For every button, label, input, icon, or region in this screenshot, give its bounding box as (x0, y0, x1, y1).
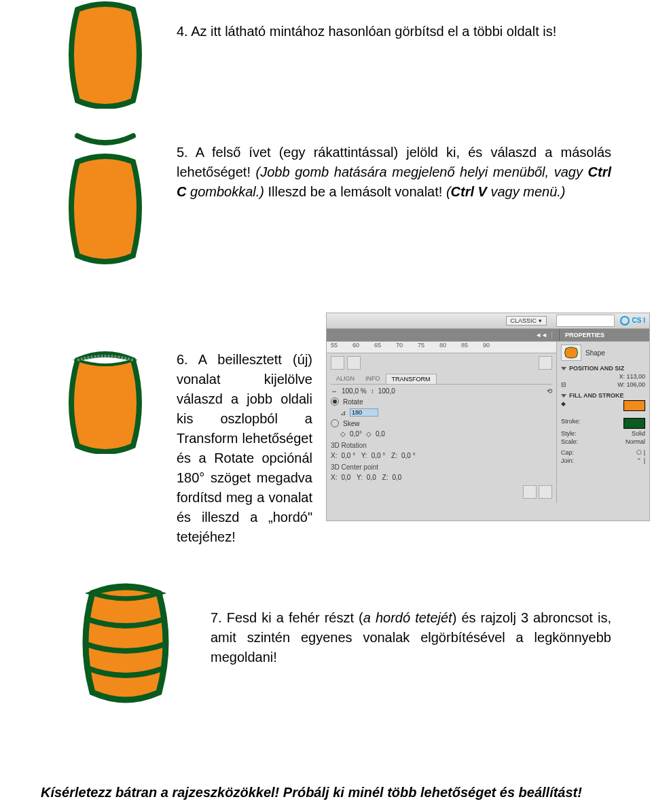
3d-rotation-label: 3D Rotation (331, 442, 552, 449)
help-search-input[interactable] (556, 315, 615, 327)
scale-label: Scale: (561, 438, 578, 445)
skew-label: Skew (343, 420, 359, 427)
prop-x-value[interactable]: X: 113,00 (619, 373, 645, 380)
step7-text: 7. Fesd ki a fehér részt (a hordó tetejé… (211, 608, 611, 667)
prop-w-value[interactable]: W: 106,00 (617, 381, 645, 388)
footer-text: Kísérletezz bátran a rajzeszközökkel! Pr… (41, 785, 611, 800)
stroke-label: Stroke: (561, 418, 581, 429)
join-value[interactable]: ⌃ | (636, 457, 645, 464)
fill-swatch[interactable] (623, 400, 645, 411)
barrel-curved-sides-image (68, 0, 143, 109)
skew-radio[interactable] (331, 419, 339, 427)
rotate-radio[interactable] (331, 398, 339, 406)
tool-icon[interactable] (331, 356, 344, 370)
join-label: Join: (561, 457, 574, 464)
panel-button[interactable] (539, 485, 552, 499)
tab-info[interactable]: INFO (360, 374, 386, 384)
rotate-value-input[interactable] (350, 408, 378, 417)
step6-text: 6. A beillesztett (új) vonalat kijelölve… (177, 350, 312, 547)
panel-tabs: ALIGN INFO TRANSFORM (331, 374, 552, 385)
fill-stroke-header[interactable]: FILL AND STROKE (569, 392, 624, 399)
step5-text: 5. A felső ívet (egy rákattintással) jel… (177, 143, 611, 202)
shape-preview-icon (561, 345, 581, 361)
rot3d-x[interactable]: 0,0 ° (341, 452, 355, 459)
tab-align[interactable]: ALIGN (331, 374, 360, 384)
tab-transform[interactable]: TRANSFORM (386, 374, 437, 384)
tool-icon[interactable] (539, 356, 552, 370)
canvas-ruler: 5560657075808590 (327, 342, 556, 353)
center-y[interactable]: 0,0 (367, 474, 376, 481)
cap-value[interactable]: ⎔ | (636, 449, 645, 456)
tool-icon[interactable] (347, 356, 361, 370)
properties-panel-header[interactable]: PROPERTIES (559, 329, 649, 341)
step4-text: 4. Az itt látható mintához hasonlóan gör… (177, 22, 611, 41)
center-z[interactable]: 0,0 (392, 474, 401, 481)
skew-y-value[interactable]: 0,0 (376, 430, 385, 438)
scale-value[interactable]: Normal (626, 438, 645, 445)
shape-label: Shape (585, 349, 605, 357)
position-size-header[interactable]: POSITION AND SIZ (569, 365, 624, 372)
center-x[interactable]: 0,0 (341, 474, 350, 481)
cap-label: Cap: (561, 449, 574, 456)
3d-center-label: 3D Center point (331, 463, 552, 471)
barrel-with-top-image (68, 345, 143, 454)
style-label: Style: (561, 430, 577, 437)
style-value[interactable]: Solid (632, 430, 645, 437)
skew-x-value[interactable]: 0,0° (350, 430, 362, 438)
rotate-label: Rotate (343, 398, 363, 406)
scale-x-value[interactable]: 100,0 % (342, 387, 367, 395)
fireworks-transform-panel: CLASSIC ▾ CS I ◄◄ PROPERTIES 55606570758… (326, 313, 650, 521)
scale-y-value[interactable]: 100,0 (378, 387, 395, 395)
cs-logo: CS I (620, 316, 645, 325)
panel-button[interactable] (523, 485, 537, 499)
workspace-dropdown[interactable]: CLASSIC ▾ (506, 316, 547, 325)
ruler-label-row: ◄◄ (327, 329, 559, 341)
barrel-complete-image (82, 574, 170, 710)
rot3d-z[interactable]: 0,0 ° (401, 452, 416, 459)
rot3d-y[interactable]: 0,0 ° (372, 452, 386, 459)
stroke-swatch[interactable] (623, 418, 645, 429)
barrel-with-arc-image (68, 129, 143, 265)
